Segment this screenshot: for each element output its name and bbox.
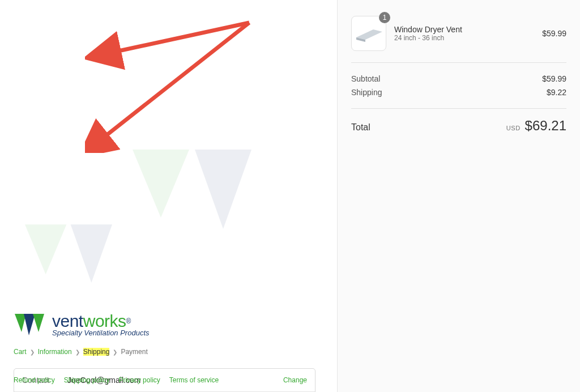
product-thumb-icon <box>354 25 383 42</box>
svg-line-1 <box>102 23 249 139</box>
footer-shipping-link[interactable]: Shipping policy <box>64 376 110 384</box>
subtotal-label: Subtotal <box>351 74 380 83</box>
logo-tagline: Specialty Ventilation Products <box>52 329 150 337</box>
chevron-right-icon: ❯ <box>113 349 117 355</box>
brand-vent: vent <box>52 312 83 330</box>
cart-qty-badge: 1 <box>379 12 390 23</box>
footer-refund-link[interactable]: Refund policy <box>14 376 55 384</box>
logo[interactable]: ventworks® Specialty Ventilation Product… <box>14 312 315 338</box>
chevron-right-icon: ❯ <box>75 349 80 355</box>
cart-item-price: $59.99 <box>542 29 566 38</box>
total-currency: USD <box>506 125 521 131</box>
cart-item-name: Window Dryer Vent <box>394 25 534 34</box>
registered-mark: ® <box>126 317 131 325</box>
cart-item: 1 Window Dryer Vent 24 inch - 36 inch $5… <box>351 16 566 62</box>
cart-item-thumbnail: 1 <box>351 16 386 51</box>
footer-links: Refund policy Shipping policy Privacy po… <box>14 376 219 384</box>
shipping-cost-label: Shipping <box>351 88 382 97</box>
footer-privacy-link[interactable]: Privacy policy <box>118 376 160 384</box>
shipping-cost-value: $9.22 <box>547 88 566 97</box>
breadcrumb: Cart ❯ Information ❯ Shipping ❯ Payment <box>14 348 315 356</box>
breadcrumb-payment: Payment <box>121 348 147 356</box>
breadcrumb-cart[interactable]: Cart <box>14 348 27 356</box>
brand-works: works <box>83 312 126 330</box>
total-label: Total <box>351 122 370 133</box>
change-contact-link[interactable]: Change <box>283 376 307 384</box>
breadcrumb-shipping: Shipping <box>83 348 110 356</box>
subtotal-value: $59.99 <box>542 74 566 83</box>
chevron-right-icon: ❯ <box>30 349 35 355</box>
breadcrumb-information[interactable]: Information <box>38 348 72 356</box>
logo-mark-icon <box>14 312 49 338</box>
svg-line-0 <box>113 23 249 52</box>
cart-item-variant: 24 inch - 36 inch <box>394 34 534 42</box>
svg-marker-2 <box>356 29 382 40</box>
logo-text: ventworks® Specialty Ventilation Product… <box>52 312 150 337</box>
total-value: $69.21 <box>525 118 566 133</box>
footer-terms-link[interactable]: Terms of service <box>169 376 219 384</box>
